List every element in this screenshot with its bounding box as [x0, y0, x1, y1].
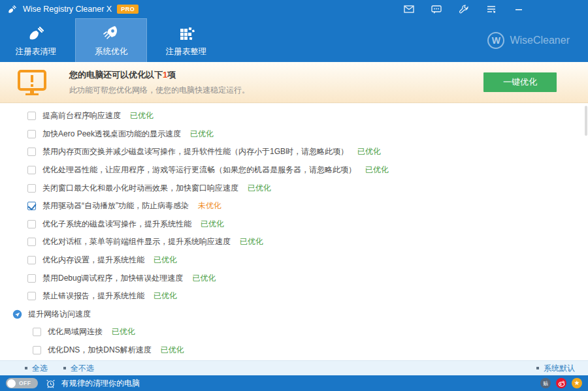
item-label: 优化子系统的磁盘读写操作，提升系统性能 — [42, 219, 191, 230]
alarm-clock-icon — [46, 379, 56, 388]
item-status: 已优化 — [357, 146, 381, 157]
checkbox-unchecked[interactable] — [33, 328, 41, 336]
tab-system-tuneup[interactable]: 系统优化 — [75, 18, 147, 62]
item-label: 关闭窗口最大化和最小化时动画效果，加快窗口响应速度 — [42, 183, 238, 194]
item-status: 已优化 — [240, 236, 263, 247]
list-item[interactable]: 禁用Debug调试程序，加快错误处理速度已优化 — [0, 269, 588, 287]
section-label: 提升网络访问速度 — [28, 309, 91, 320]
item-label: 禁用Debug调试程序，加快错误处理速度 — [42, 273, 183, 284]
logo-w-icon: W — [487, 32, 504, 49]
bullet-square — [63, 367, 66, 369]
tab-registry-defrag[interactable]: 注册表整理 — [150, 18, 222, 62]
minimize-icon[interactable] — [514, 4, 524, 14]
social-icons: 贴 ★ — [540, 378, 582, 388]
item-status: 已优化 — [112, 326, 135, 337]
item-label: 加快Aero Peek透视桌面功能的显示速度 — [42, 129, 181, 140]
item-label: 禁用驱动器“自动播放”功能，防止病毒感染 — [42, 200, 189, 211]
banner-subtitle: 此功能可帮您优化网络，使您的电脑快速稳定运行。 — [69, 85, 250, 96]
list-item[interactable]: 加快Aero Peek透视桌面功能的显示速度已优化 — [0, 125, 588, 144]
item-status: 已优化 — [248, 183, 271, 194]
select-all-link[interactable]: 全选 — [25, 363, 48, 374]
system-default-link[interactable]: 系统默认 — [536, 363, 575, 374]
broom-icon — [26, 23, 46, 43]
item-status: 已优化 — [161, 345, 184, 356]
item-status: 已优化 — [130, 110, 154, 121]
scrollbar-thumb[interactable] — [585, 106, 587, 136]
checkbox-unchecked[interactable] — [33, 346, 41, 354]
checkbox-unchecked[interactable] — [27, 256, 36, 264]
alert-banner: 您的电脑还可以优化以下1项 此功能可帮您优化网络，使您的电脑快速稳定运行。 一键… — [0, 62, 588, 103]
statusbar: OFF 有规律的清理你的电脑 贴 ★ — [0, 375, 588, 391]
list-item[interactable]: 提高前台程序响应速度已优化 — [0, 107, 588, 125]
item-label: 优化局域网连接 — [48, 326, 103, 337]
item-label: 优化DNS，加快DNS解析速度 — [48, 345, 152, 356]
list-item[interactable]: 优化对话框，菜单等前端组件显示，提升系统响应速度已优化 — [0, 233, 588, 251]
tab-registry-cleaner[interactable]: 注册表清理 — [0, 18, 72, 62]
list-item[interactable]: 优化处理器性能，让应用程序，游戏等运行更流畅（如果您的机器是服务器，请忽略此项）… — [0, 161, 588, 180]
item-label: 优化对话框，菜单等前端组件显示，提升系统响应速度 — [42, 236, 231, 247]
toggle-knob — [7, 379, 16, 388]
checkbox-unchecked[interactable] — [27, 112, 36, 120]
rocket-icon — [101, 23, 121, 43]
list-item[interactable]: 优化子系统的磁盘读写操作，提升系统性能已优化 — [0, 215, 588, 234]
checkbox-unchecked[interactable] — [27, 130, 36, 138]
tabbar: 注册表清理 系统优化 注册表整理 — [0, 18, 588, 62]
list-item[interactable]: 优化内存设置，提升系统性能已优化 — [0, 251, 588, 270]
checkbox-unchecked[interactable] — [27, 292, 36, 300]
banner-text: 您的电脑还可以优化以下1项 此功能可帮您优化网络，使您的电脑快速稳定运行。 — [69, 69, 250, 96]
item-status: 已优化 — [192, 273, 216, 284]
pro-badge: PRO — [117, 5, 139, 14]
item-status: 未优化 — [198, 200, 221, 211]
app-title: Wise Registry Cleaner X — [23, 5, 112, 14]
list-item[interactable]: 禁用驱动器“自动播放”功能，防止病毒感染未优化 — [0, 197, 588, 215]
defrag-icon — [176, 23, 196, 43]
bullet-square — [25, 367, 27, 369]
list-item[interactable]: 优化DNS，加快DNS解析速度已优化 — [0, 341, 588, 360]
list-item[interactable]: 关闭窗口最大化和最小化时动画效果，加快窗口响应速度已优化 — [0, 179, 588, 197]
optimization-list: 提高前台程序响应速度已优化加快Aero Peek透视桌面功能的显示速度已优化禁用… — [0, 103, 588, 360]
titlebar-icons — [404, 4, 524, 14]
checkbox-unchecked[interactable] — [27, 274, 36, 283]
item-label: 禁止错误报告，提升系统性能 — [42, 290, 144, 302]
checkbox-unchecked[interactable] — [27, 148, 36, 156]
schedule-text: 有规律的清理你的电脑 — [61, 378, 140, 389]
checkbox-unchecked[interactable] — [27, 166, 36, 174]
item-label: 禁用内存页面交换并减少磁盘读写操作，提升软件性能（内存小于1GB时，请忽略此项） — [42, 146, 348, 157]
item-label: 优化处理器性能，让应用程序，游戏等运行更流畅（如果您的机器是服务器，请忽略此项） — [42, 164, 356, 176]
item-status: 已优化 — [201, 219, 224, 230]
checkbox-unchecked[interactable] — [27, 238, 36, 246]
tab-label: 注册表清理 — [16, 46, 57, 57]
wisecleaner-logo: W WiseCleaner — [487, 32, 570, 49]
bottom-action-bar: 全选 全不选 系统默认 — [0, 360, 588, 375]
section-header-network[interactable]: 提升网络访问速度 — [0, 305, 588, 324]
app-window: Wise Registry Cleaner X PRO 注册表清理 系统优化 — [0, 0, 588, 391]
star-share-icon[interactable]: ★ — [572, 378, 582, 388]
item-status: 已优化 — [190, 129, 214, 140]
banner-title: 您的电脑还可以优化以下1项 — [69, 69, 250, 81]
checkbox-unchecked[interactable] — [27, 220, 36, 228]
schedule-toggle[interactable]: OFF — [6, 378, 38, 388]
support-tool-icon[interactable] — [459, 4, 469, 14]
logo-text: WiseCleaner — [510, 35, 570, 46]
item-status: 已优化 — [154, 290, 177, 302]
list-item[interactable]: 优化局域网连接已优化 — [0, 323, 588, 341]
menu-icon[interactable] — [486, 4, 497, 14]
list-item[interactable]: 禁用内存页面交换并减少磁盘读写操作，提升软件性能（内存小于1GB时，请忽略此项）… — [0, 143, 588, 161]
list-item[interactable]: 禁止错误报告，提升系统性能已优化 — [0, 287, 588, 305]
weibo-icon[interactable] — [556, 378, 566, 388]
item-label: 优化内存设置，提升系统性能 — [42, 255, 144, 266]
checkbox-checked[interactable] — [27, 202, 36, 210]
tieba-icon[interactable]: 贴 — [540, 378, 551, 388]
checkbox-unchecked[interactable] — [27, 184, 36, 193]
monitor-warning-icon — [17, 69, 47, 95]
titlebar: Wise Registry Cleaner X PRO — [0, 0, 588, 18]
toggle-state-label: OFF — [19, 380, 31, 386]
tab-label: 注册表整理 — [166, 46, 207, 57]
network-section-icon — [12, 309, 22, 319]
mail-icon[interactable] — [404, 4, 414, 14]
one-click-optimize-button[interactable]: 一键优化 — [483, 72, 557, 92]
feedback-icon[interactable] — [431, 4, 442, 14]
item-status: 已优化 — [365, 164, 389, 176]
select-none-link[interactable]: 全不选 — [63, 363, 94, 374]
app-logo-icon — [7, 4, 18, 15]
